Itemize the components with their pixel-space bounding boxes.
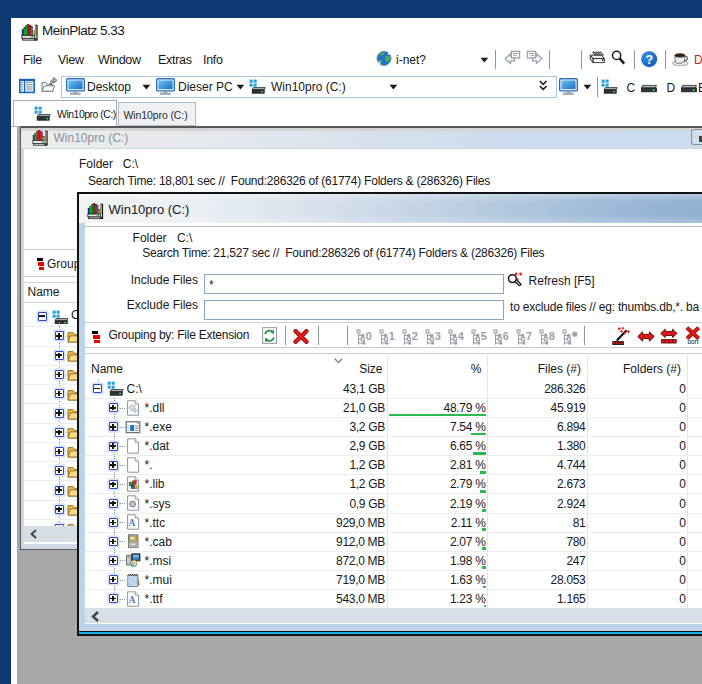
- svg-text:6: 6: [503, 330, 509, 342]
- svg-text:4: 4: [457, 330, 464, 342]
- svg-text:2: 2: [412, 330, 418, 342]
- svg-text:0: 0: [366, 330, 372, 342]
- svg-text:port: port: [687, 338, 698, 344]
- svg-text:A: A: [128, 518, 135, 528]
- svg-text:1: 1: [389, 330, 395, 342]
- svg-text:7: 7: [526, 330, 532, 342]
- svg-text:5: 5: [480, 330, 486, 342]
- svg-text:A: A: [128, 594, 135, 604]
- svg-text:?: ?: [645, 53, 653, 67]
- svg-text:3: 3: [435, 330, 441, 342]
- svg-text:8: 8: [549, 330, 555, 342]
